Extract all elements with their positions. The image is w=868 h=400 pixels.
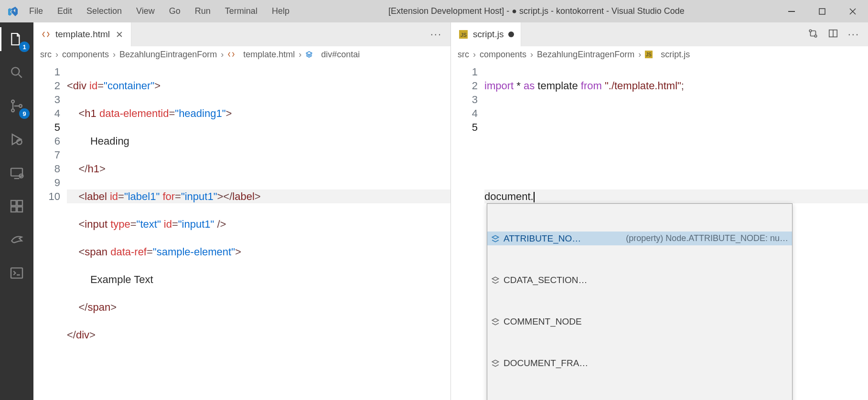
breadcrumb-symbol[interactable]: div#contai [305, 50, 360, 60]
breadcrumb-components[interactable]: components [62, 50, 109, 60]
editor-pane-right: JS script.js ··· src› components› Bezahl… [450, 22, 868, 400]
menu-go[interactable]: Go [162, 6, 188, 16]
breadcrumb-src[interactable]: src [40, 50, 52, 60]
menu-terminal[interactable]: Terminal [218, 6, 265, 16]
intellisense-suggest[interactable]: ATTRIBUTE_NO… (property) Node.ATTRIBUTE_… [487, 203, 793, 400]
breadcrumb-src[interactable]: src [458, 50, 469, 60]
scm-badge: 9 [19, 108, 30, 119]
tab-actions-right: ··· [799, 22, 868, 46]
more-actions-icon[interactable]: ··· [430, 28, 442, 41]
svg-rect-12 [17, 200, 22, 206]
text-cursor [534, 192, 535, 202]
menu-selection[interactable]: Selection [79, 6, 129, 16]
property-icon [491, 359, 500, 368]
html-file-icon [41, 30, 51, 39]
tab-label: script.js [473, 29, 504, 40]
suggest-item[interactable]: ATTRIBUTE_NO… (property) Node.ATTRIBUTE_… [487, 232, 792, 245]
suggest-detail: (property) Node.ATTRIBUTE_NODE: nu… [626, 232, 788, 245]
tab-label: template.html [55, 29, 110, 40]
property-icon [491, 276, 500, 284]
svg-point-2 [11, 67, 19, 75]
menu-edit[interactable]: Edit [50, 6, 79, 16]
compare-changes-icon[interactable] [808, 28, 818, 41]
menu-file[interactable]: File [22, 6, 50, 16]
svg-text:JS: JS [646, 52, 652, 57]
property-icon [491, 234, 500, 243]
menu-run[interactable]: Run [188, 6, 218, 16]
activity-explorer[interactable]: 1 [5, 27, 29, 51]
menu-help[interactable]: Help [265, 6, 297, 16]
tab-script-js[interactable]: JS script.js [451, 22, 521, 46]
suggest-item[interactable]: COMMENT_NODE [487, 315, 792, 328]
tab-bar-left: template.html ✕ ··· [33, 22, 450, 46]
activity-scm[interactable]: 9 [5, 94, 29, 118]
title-bar: File Edit Selection View Go Run Terminal… [0, 0, 868, 22]
chevron-right-icon: › [530, 50, 533, 60]
close-button[interactable] [837, 0, 868, 22]
menu-view[interactable]: View [129, 6, 162, 16]
chevron-right-icon: › [55, 50, 58, 60]
activity-terminal[interactable] [5, 261, 29, 285]
breadcrumb-folder[interactable]: BezahlungEintragenForm [119, 50, 217, 60]
breadcrumb-file[interactable]: template.html [227, 50, 295, 60]
breadcrumbs-right[interactable]: src› components› BezahlungEintragenForm›… [451, 46, 868, 63]
svg-rect-1 [819, 9, 825, 14]
activity-share[interactable] [5, 228, 29, 252]
suggest-item[interactable]: DOCUMENT_NODE [487, 398, 792, 400]
split-editor-icon[interactable] [828, 28, 838, 41]
maximize-button[interactable] [807, 0, 837, 22]
svg-rect-13 [11, 268, 22, 278]
chevron-right-icon: › [473, 50, 476, 60]
js-file-icon: JS [459, 30, 468, 39]
editor-pane-left: template.html ✕ ··· src› components› Bez… [33, 22, 450, 400]
chevron-right-icon: › [299, 50, 301, 60]
line-gutter: 1 2 3 4 5 [451, 63, 484, 400]
activity-run-debug[interactable] [5, 127, 29, 151]
chevron-right-icon: › [113, 50, 116, 60]
window-controls [776, 0, 868, 22]
breadcrumb-components[interactable]: components [480, 50, 526, 60]
tab-actions-left: ··· [422, 22, 450, 46]
svg-rect-10 [11, 207, 16, 212]
line-gutter: 1 2 3 4 5 6 7 8 9 10 [33, 63, 67, 400]
svg-point-4 [11, 109, 14, 112]
svg-text:JS: JS [461, 32, 467, 38]
tab-close-icon[interactable]: ✕ [115, 29, 124, 40]
code-editor-right[interactable]: 1 2 3 4 5 import * as template from "./t… [451, 63, 868, 400]
activity-extensions[interactable] [5, 194, 29, 218]
activity-search[interactable] [5, 61, 29, 84]
chevron-right-icon: › [221, 50, 224, 60]
svg-point-16 [809, 30, 812, 32]
chevron-right-icon: › [638, 50, 641, 60]
app-logo [4, 6, 22, 17]
tab-template-html[interactable]: template.html ✕ [33, 22, 131, 46]
svg-rect-9 [11, 200, 16, 206]
svg-rect-11 [17, 207, 22, 212]
code-lines[interactable]: import * as template from "./template.ht… [484, 63, 868, 400]
suggest-item[interactable]: DOCUMENT_FRAGMENT_NODE [487, 356, 792, 370]
activity-bar: 1 9 [0, 22, 33, 400]
svg-rect-0 [788, 11, 795, 12]
code-lines[interactable]: <div id="container"> <h1 data-elementid=… [67, 63, 450, 400]
tab-bar-right: JS script.js ··· [451, 22, 868, 46]
svg-point-5 [19, 105, 22, 107]
activity-remote[interactable] [5, 161, 29, 185]
svg-rect-7 [11, 168, 22, 176]
property-icon [491, 317, 500, 326]
window-title: [Extension Development Host] - ● script.… [297, 6, 776, 16]
code-editor-left[interactable]: 1 2 3 4 5 6 7 8 9 10 <div id="container"… [33, 63, 450, 400]
explorer-badge: 1 [19, 42, 30, 52]
svg-point-3 [11, 100, 14, 103]
svg-point-17 [814, 35, 817, 37]
breadcrumbs-left[interactable]: src› components› BezahlungEintragenForm›… [33, 46, 450, 63]
menu-bar: File Edit Selection View Go Run Terminal… [22, 6, 297, 16]
minimize-button[interactable] [776, 0, 807, 22]
breadcrumb-file[interactable]: JS script.js [645, 50, 690, 60]
breadcrumb-folder[interactable]: BezahlungEintragenForm [537, 50, 634, 60]
suggest-item[interactable]: CDATA_SECTION_NODE [487, 273, 792, 287]
more-actions-icon[interactable]: ··· [848, 28, 859, 41]
dirty-indicator-icon [508, 32, 514, 37]
